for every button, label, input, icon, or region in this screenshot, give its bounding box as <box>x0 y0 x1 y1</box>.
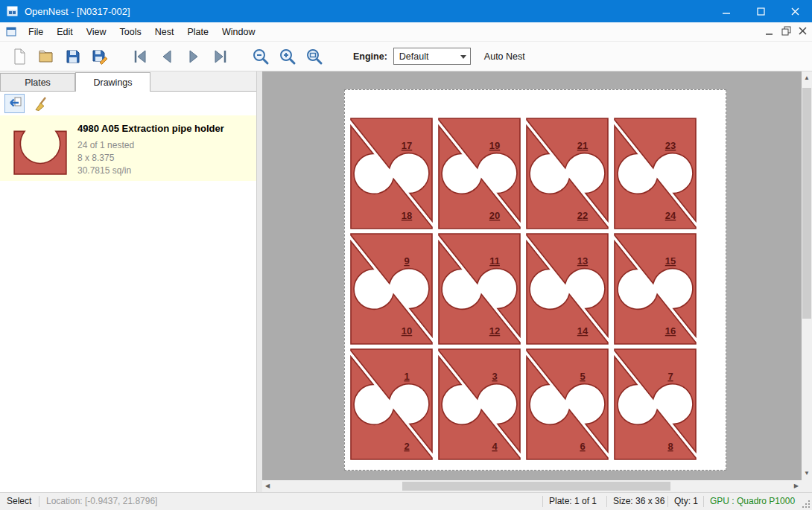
nest-pair: 12 <box>351 349 432 459</box>
clean-button[interactable] <box>31 94 51 113</box>
save-icon <box>64 48 82 66</box>
new-button[interactable] <box>6 45 33 68</box>
mdi-minimize-button[interactable] <box>765 27 774 38</box>
nest-pair: 1920 <box>439 118 520 229</box>
vertical-scroll-thumb[interactable] <box>802 88 811 319</box>
scroll-down-icon[interactable]: ▼ <box>804 471 810 476</box>
go-next-icon <box>185 48 203 66</box>
part-number-label: 12 <box>489 325 500 337</box>
mdi-restore-button[interactable] <box>781 26 791 38</box>
save-edit-icon <box>91 48 109 66</box>
drawing-area: 30.7815 sq/in <box>77 165 131 176</box>
status-qty: Qty: 1 <box>674 496 698 506</box>
import-drawing-button[interactable] <box>4 94 25 113</box>
zoom-out-icon <box>252 48 270 66</box>
engine-value: Default <box>399 51 429 62</box>
part-number-label: 19 <box>489 140 500 151</box>
zoom-in-button[interactable] <box>274 45 301 68</box>
part-number-label: 13 <box>577 255 588 267</box>
resize-grip[interactable] <box>802 500 811 509</box>
scroll-up-icon[interactable]: ▲ <box>804 75 810 81</box>
scroll-right-icon[interactable]: ▶ <box>794 483 799 489</box>
part-number-label: 21 <box>577 140 588 151</box>
app-icon <box>7 5 19 17</box>
zoom-in-icon <box>279 48 296 66</box>
tab-drawings[interactable]: Drawings <box>75 72 150 92</box>
status-location: Location: [-0.9437, 21.8796] <box>46 496 157 506</box>
next-plate-button[interactable] <box>180 45 207 68</box>
open-button[interactable] <box>33 45 60 68</box>
status-gpu: GPU : Quadro P1000 <box>710 496 795 506</box>
part-number-label: 4 <box>492 441 498 452</box>
menu-item-plate[interactable]: Plate <box>180 27 215 37</box>
side-panel: Plates Drawings 4980 A05 Extraction pipe… <box>0 71 257 492</box>
nest-canvas[interactable]: 171819202122232491011121314151612345678 <box>262 71 802 480</box>
import-drawing-icon <box>7 95 23 112</box>
part-number-label: 7 <box>667 371 673 382</box>
save-as-button[interactable] <box>86 45 113 68</box>
drawing-title: 4980 A05 Extraction pipe holder <box>77 123 224 134</box>
nest-pair: 56 <box>527 349 608 459</box>
part-number-label: 1 <box>404 371 409 382</box>
nest-pair: 1718 <box>351 118 432 229</box>
maximize-button[interactable] <box>743 0 778 22</box>
go-first-icon <box>131 48 149 66</box>
previous-plate-button[interactable] <box>153 45 180 68</box>
menu-item-file[interactable]: File <box>22 27 50 37</box>
auto-nest-button[interactable]: Auto Nest <box>484 51 525 62</box>
drawing-dimensions: 8 x 8.375 <box>77 153 114 163</box>
status-plate: Plate: 1 of 1 <box>549 496 597 506</box>
part-number-label: 22 <box>577 210 588 221</box>
plate-sheet: 171819202122232491011121314151612345678 <box>344 89 726 471</box>
status-mode: Select <box>7 496 31 506</box>
part-number-label: 20 <box>489 210 500 221</box>
menu-item-nest[interactable]: Nest <box>148 27 181 37</box>
part-number-label: 5 <box>580 371 585 382</box>
part-number-label: 6 <box>580 441 585 452</box>
panel-splitter[interactable] <box>257 71 262 492</box>
mdi-close-button[interactable] <box>799 27 808 38</box>
save-button[interactable] <box>60 45 86 68</box>
menu-item-view[interactable]: View <box>80 27 113 37</box>
horizontal-scroll-thumb[interactable] <box>402 482 670 491</box>
document-icon <box>6 26 17 37</box>
last-plate-button[interactable] <box>207 45 234 68</box>
part-number-label: 10 <box>402 325 412 337</box>
engine-select[interactable]: Default <box>393 48 471 65</box>
horizontal-scrollbar[interactable]: ◀ ▶ <box>262 480 802 492</box>
part-number-label: 16 <box>665 325 676 337</box>
zoom-fit-button[interactable] <box>301 45 328 68</box>
scroll-left-icon[interactable]: ◀ <box>265 483 270 489</box>
part-number-label: 11 <box>489 255 500 267</box>
zoom-out-button[interactable] <box>247 45 274 68</box>
minimize-button[interactable] <box>709 0 743 22</box>
nest-pair: 1112 <box>439 234 520 344</box>
first-plate-button[interactable] <box>127 45 153 68</box>
drawing-list-item[interactable]: 4980 A05 Extraction pipe holder 24 of 1 … <box>0 115 256 181</box>
engine-label: Engine: <box>353 51 387 62</box>
menu-item-tools[interactable]: Tools <box>113 27 148 37</box>
part-number-label: 3 <box>492 371 497 382</box>
part-number-label: 23 <box>665 140 676 151</box>
status-size: Size: 36 x 36 <box>613 496 664 506</box>
application-window: OpenNest - [N0317-002] File Edit View To… <box>0 0 812 510</box>
tab-plates[interactable]: Plates <box>0 73 75 91</box>
go-last-icon <box>212 48 229 66</box>
nest-pair: 78 <box>615 349 696 459</box>
plate-svg: 171819202122232491011121314151612345678 <box>345 90 726 470</box>
nest-pair: 1516 <box>615 234 696 344</box>
scrollbar-corner <box>802 480 812 492</box>
part-number-label: 18 <box>402 210 412 221</box>
part-number-label: 15 <box>665 255 676 267</box>
drawing-thumbnail <box>9 119 72 179</box>
nest-pair: 1314 <box>527 234 608 344</box>
title-bar: OpenNest - [N0317-002] <box>0 0 812 22</box>
close-button[interactable] <box>778 0 812 22</box>
nest-pair: 34 <box>439 349 520 459</box>
menu-item-window[interactable]: Window <box>215 27 261 37</box>
drawings-toolbar <box>0 92 256 115</box>
new-document-icon <box>10 48 28 66</box>
menu-bar: File Edit View Tools Nest Plate Window <box>0 22 812 42</box>
menu-item-edit[interactable]: Edit <box>50 27 80 37</box>
status-bar: Select Location: [-0.9437, 21.8796] Plat… <box>0 492 812 510</box>
